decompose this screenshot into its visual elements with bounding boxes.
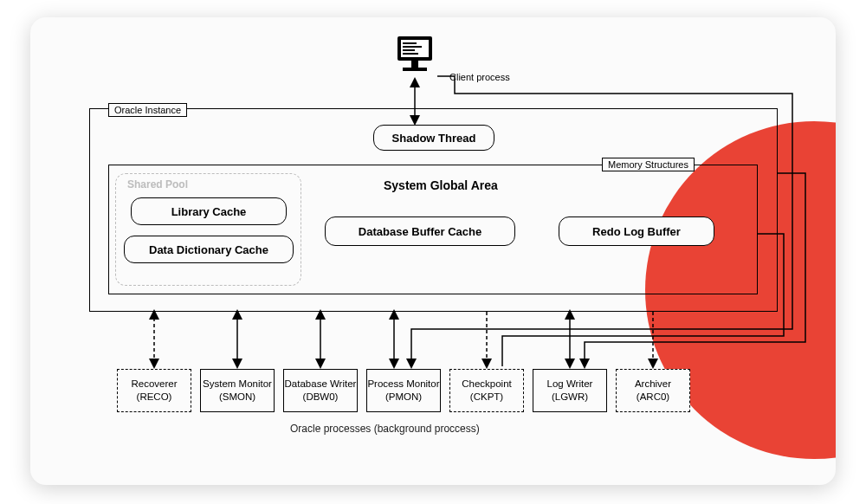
proc-name: Database Writer (285, 378, 357, 391)
svg-rect-7 (403, 68, 427, 71)
sga-title: System Global Area (384, 178, 498, 192)
proc-code: (DBW0) (303, 391, 339, 404)
shared-pool-label: Shared Pool (127, 178, 188, 191)
shadow-thread-box: Shadow Thread (373, 125, 494, 151)
proc-code: (SMON) (219, 391, 255, 404)
oracle-instance-label: Oracle Instance (108, 103, 187, 117)
proc-name: Archiver (635, 378, 671, 391)
memory-structures-label: Memory Structures (602, 158, 695, 171)
process-ckpt: Checkpoint (CKPT) (449, 369, 524, 412)
svg-rect-5 (403, 53, 418, 55)
proc-code: (RECO) (137, 391, 172, 404)
process-smon: System Monitor (SMON) (200, 369, 275, 412)
proc-name: System Monitor (203, 378, 272, 391)
client-process-label: Client process (449, 72, 510, 82)
proc-code: (LGWR) (552, 391, 588, 404)
data-dictionary-cache-box: Data Dictionary Cache (124, 236, 294, 263)
background-process-caption: Oracle processes (background proccess) (290, 423, 480, 435)
svg-rect-6 (411, 61, 418, 68)
svg-rect-3 (403, 46, 422, 48)
process-lgwr: Log Writer (LGWR) (533, 369, 607, 412)
diagram-card: Client process Oracle Instance Memory St… (30, 17, 836, 485)
redo-log-buffer-box: Redo Log Buffer (559, 216, 714, 246)
process-arc0: Archiver (ARC0) (616, 369, 690, 412)
proc-name: Log Writer (547, 378, 593, 391)
process-pmon: Process Monitor (PMON) (366, 369, 441, 412)
proc-code: (CKPT) (470, 391, 503, 404)
proc-name: Process Monitor (367, 378, 439, 391)
process-dbw0: Database Writer (DBW0) (283, 369, 358, 412)
proc-code: (PMON) (385, 391, 422, 404)
proc-name: Checkpoint (462, 378, 512, 391)
svg-rect-2 (403, 42, 417, 44)
process-reco: Recoverer (RECO) (117, 369, 191, 412)
proc-code: (ARC0) (637, 391, 669, 404)
client-computer-icon (394, 35, 436, 78)
library-cache-box: Library Cache (131, 197, 287, 225)
svg-rect-4 (403, 49, 415, 51)
database-buffer-cache-box: Database Buffer Cache (325, 216, 515, 246)
oracle-architecture-diagram: Client process Oracle Instance Memory St… (30, 17, 836, 485)
proc-name: Recoverer (131, 378, 177, 391)
